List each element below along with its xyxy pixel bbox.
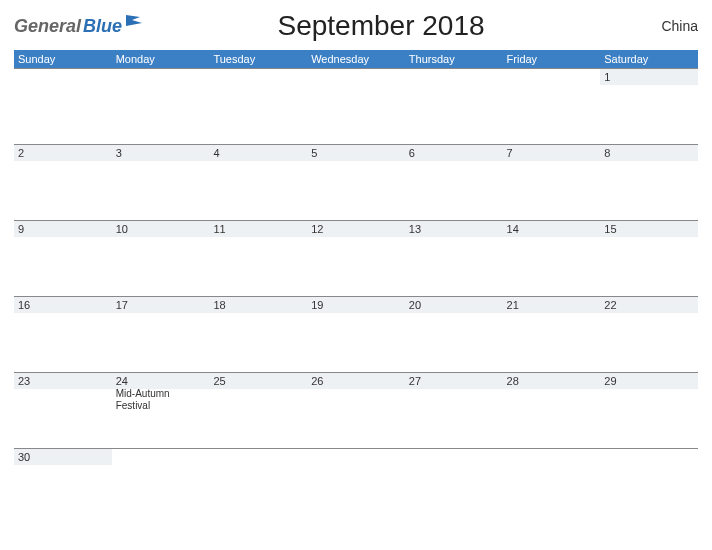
day-number: 16 [18,299,108,311]
day-cell: 13 [405,220,503,296]
day-cell: 22 [600,296,698,372]
week-row: 2324Mid-Autumn Festival2526272829 [14,372,698,448]
day-cell: 27 [405,372,503,448]
day-number: 13 [409,223,499,235]
day-cell: 4 [209,144,307,220]
week-row: 30 [14,448,698,518]
day-cell: 23 [14,372,112,448]
day-number: 22 [604,299,694,311]
day-cell: 3 [112,144,210,220]
day-number: 19 [311,299,401,311]
day-header: Sunday [14,50,112,68]
day-number: 26 [311,375,401,387]
day-number: 3 [116,147,206,159]
day-cell: 19 [307,296,405,372]
day-cell: 8 [600,144,698,220]
day-header: Saturday [600,50,698,68]
day-cell: 30 [14,448,112,518]
day-cell: 7 [503,144,601,220]
day-cell: 29 [600,372,698,448]
day-cell: 5 [307,144,405,220]
day-cell: 1 [600,68,698,144]
week-row: 16171819202122 [14,296,698,372]
logo-text-1: General [14,16,81,37]
day-header: Monday [112,50,210,68]
day-cell: 16 [14,296,112,372]
day-cell [209,68,307,144]
day-cell: 26 [307,372,405,448]
day-cell [405,448,503,518]
day-cell [112,68,210,144]
day-cell: 14 [503,220,601,296]
day-cell [14,68,112,144]
day-number: 17 [116,299,206,311]
day-number: 1 [604,71,694,83]
day-cell [307,68,405,144]
header: General Blue September 2018 China [14,10,698,42]
day-cell: 24Mid-Autumn Festival [112,372,210,448]
calendar: Sunday Monday Tuesday Wednesday Thursday… [14,50,698,518]
day-cell: 12 [307,220,405,296]
day-cell [307,448,405,518]
day-number: 15 [604,223,694,235]
day-cell [503,68,601,144]
day-cell [405,68,503,144]
day-cell: 11 [209,220,307,296]
day-number: 12 [311,223,401,235]
day-cell [112,448,210,518]
day-cell: 15 [600,220,698,296]
day-number: 21 [507,299,597,311]
day-cell: 17 [112,296,210,372]
day-number: 8 [604,147,694,159]
day-header: Tuesday [209,50,307,68]
day-cell: 18 [209,296,307,372]
week-row: 9101112131415 [14,220,698,296]
logo-text-2: Blue [83,16,122,37]
day-cell [503,448,601,518]
day-number: 30 [18,451,108,463]
logo: General Blue [14,16,144,37]
day-number: 6 [409,147,499,159]
day-cell: 28 [503,372,601,448]
region-label: China [618,18,698,34]
day-cell: 6 [405,144,503,220]
day-header: Wednesday [307,50,405,68]
day-cell: 25 [209,372,307,448]
event-label: Mid-Autumn Festival [116,388,206,412]
day-number: 5 [311,147,401,159]
day-number: 28 [507,375,597,387]
logo-flag-icon [126,15,144,29]
day-cell: 9 [14,220,112,296]
day-number: 18 [213,299,303,311]
day-header-row: Sunday Monday Tuesday Wednesday Thursday… [14,50,698,68]
day-number: 20 [409,299,499,311]
week-row: 2345678 [14,144,698,220]
day-cell: 20 [405,296,503,372]
day-header: Thursday [405,50,503,68]
day-header: Friday [503,50,601,68]
day-number: 7 [507,147,597,159]
day-number: 29 [604,375,694,387]
day-cell: 2 [14,144,112,220]
day-cell [600,448,698,518]
day-number: 24 [116,375,206,387]
day-cell: 21 [503,296,601,372]
day-number: 4 [213,147,303,159]
day-number: 27 [409,375,499,387]
day-number: 25 [213,375,303,387]
day-number: 9 [18,223,108,235]
page-title: September 2018 [144,10,618,42]
day-number: 10 [116,223,206,235]
day-number: 11 [213,223,303,235]
day-number: 23 [18,375,108,387]
week-row: 1 [14,68,698,144]
day-cell [209,448,307,518]
day-number: 2 [18,147,108,159]
day-number: 14 [507,223,597,235]
day-cell: 10 [112,220,210,296]
